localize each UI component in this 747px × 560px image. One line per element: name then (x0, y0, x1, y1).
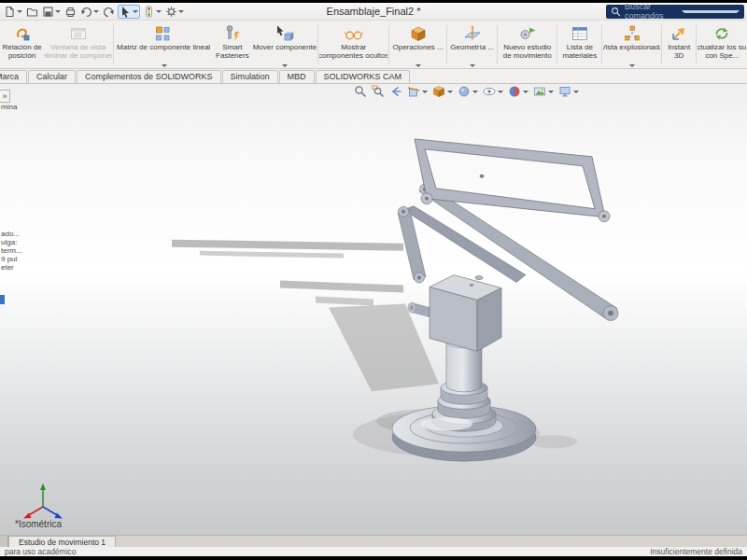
tree-fragment: 9 pul (1, 255, 17, 263)
select-arrow-icon[interactable] (118, 5, 140, 19)
linear-component-pattern-icon (154, 23, 173, 43)
search-icon (611, 7, 621, 17)
tab-simulation[interactable]: Simulation (222, 70, 278, 83)
selection-strip (0, 295, 5, 304)
assembly-features-dropdown-caret[interactable] (416, 64, 421, 67)
tree-fragment: mina (1, 103, 17, 111)
tab-solidworks-cam[interactable]: SOLIDWORKS CAM (316, 70, 411, 83)
status-license-text: para uso académico (5, 547, 77, 556)
options-dropdown-caret[interactable] (178, 10, 184, 13)
motion-study-bar: Estudio de movimiento 1 (0, 535, 747, 547)
undo-icon[interactable] (79, 5, 100, 19)
view-settings-icon[interactable] (557, 84, 580, 99)
tree-fragment: ado... (1, 230, 20, 238)
ribbon-button-reference-geometry[interactable]: Geometría ... (448, 21, 496, 68)
ribbon-divider (497, 25, 498, 64)
tab-marcado[interactable]: Marca (0, 70, 27, 83)
graphics-area[interactable]: » mina ado... ulga: term... 9 pul eter *… (0, 84, 747, 535)
search-placeholder: Buscar comandos (625, 2, 677, 21)
move-component-dropdown-caret[interactable] (282, 64, 288, 67)
view-settings-caret[interactable] (573, 91, 579, 93)
ribbon-button-instant-3d[interactable]: Instant 3D (663, 21, 694, 68)
ribbon-button-bill-of-materials[interactable]: Lista de materiales (558, 21, 600, 68)
reference-geometry-icon (463, 23, 482, 43)
section-view-icon[interactable] (406, 84, 429, 99)
component-preview-window-icon (69, 23, 88, 43)
move-component-icon (275, 23, 294, 43)
display-style-icon[interactable] (457, 84, 479, 99)
ribbon-divider (388, 25, 389, 64)
tree-fragment: eter (1, 263, 14, 272)
display-style-caret[interactable] (472, 91, 478, 93)
edit-appearance-caret[interactable] (523, 91, 529, 93)
view-orientation-icon[interactable] (431, 84, 454, 99)
hide-show-items-caret[interactable] (498, 91, 503, 93)
tree-fragment: term... (1, 246, 22, 255)
tab-complementos-solidworks[interactable]: Complementos de SOLIDWORKS (77, 70, 221, 83)
tab-calcular[interactable]: Calcular (28, 70, 76, 83)
bill-of-materials-icon (571, 23, 589, 43)
view-orientation-label: *Isométrica (15, 519, 62, 529)
open-icon[interactable] (25, 5, 39, 19)
rebuild-icon[interactable] (142, 5, 162, 19)
apply-scene-caret[interactable] (548, 91, 554, 93)
ribbon-divider (696, 25, 697, 64)
zoom-to-fit-icon[interactable] (353, 84, 368, 99)
tab-motion-study-1[interactable]: Estudio de movimiento 1 (8, 536, 116, 547)
ribbon-divider (601, 25, 602, 64)
command-search[interactable]: Buscar comandos (606, 5, 744, 19)
tab-mbd[interactable]: MBD (279, 70, 315, 83)
ribbon-button-move-component[interactable]: Mover componente (253, 21, 317, 68)
view-orientation-caret[interactable] (447, 91, 453, 93)
ribbon-button-mate[interactable]: Relación de posición (0, 21, 44, 68)
previous-view-icon[interactable] (388, 84, 403, 99)
status-definition-text: Insuficientemente definida (650, 547, 742, 556)
redo-icon[interactable] (102, 5, 116, 19)
command-manager-ribbon: Relación de posición Ventana de vista pr… (0, 21, 747, 69)
exploded-view-icon (623, 23, 641, 43)
mate-icon (13, 23, 32, 43)
reference-geometry-dropdown-caret[interactable] (470, 64, 475, 67)
orientation-triad[interactable] (19, 481, 67, 522)
save-icon[interactable] (41, 5, 62, 19)
model-canvas[interactable] (0, 84, 747, 535)
new-dropdown-caret[interactable] (17, 10, 22, 13)
ribbon-button-update-speedpak[interactable]: Actualizar los su... con Spe... (698, 21, 747, 68)
options-gear-icon[interactable] (164, 5, 185, 19)
letterbox-bottom (0, 556, 747, 560)
ribbon-divider (113, 25, 114, 64)
ribbon-button-smart-fasteners[interactable]: Smart Fasteners (212, 21, 252, 68)
rebuild-dropdown-caret[interactable] (156, 10, 162, 13)
command-manager-tabs: Marca Calcular Complementos de SOLIDWORK… (0, 69, 747, 84)
instant-3d-icon (669, 23, 688, 43)
ribbon-divider (557, 25, 557, 64)
ribbon-button-show-hidden-components[interactable]: Mostrar componentes ocultos (319, 21, 388, 68)
apply-scene-icon[interactable] (532, 84, 555, 99)
ribbon-button-exploded-view[interactable]: Vista explosionada (603, 21, 660, 68)
show-hidden-components-icon (345, 23, 363, 43)
title-bar: Ensamblaje_Final2 * Buscar comandos (0, 3, 747, 21)
select-dropdown-caret[interactable] (133, 10, 138, 13)
save-dropdown-caret[interactable] (55, 10, 61, 13)
linear-pattern-dropdown-caret[interactable] (162, 64, 167, 67)
undo-dropdown-caret[interactable] (93, 10, 99, 13)
hide-show-items-icon[interactable] (482, 84, 504, 99)
zoom-to-area-icon[interactable] (371, 84, 386, 99)
section-view-caret[interactable] (422, 91, 428, 93)
ribbon-button-new-motion-study[interactable]: Nuevo estudio de movimiento (499, 21, 556, 68)
tree-fragment: ulga: (1, 238, 17, 246)
status-bar: para uso académico Insuficientemente def… (0, 547, 747, 556)
exploded-view-dropdown-caret[interactable] (629, 64, 635, 67)
feature-tree-expander[interactable]: » (0, 90, 10, 103)
model-frame (415, 139, 610, 222)
edit-appearance-icon[interactable] (507, 84, 529, 99)
heads-up-view-toolbar (353, 84, 580, 99)
model-tab-cut[interactable] (0, 536, 8, 547)
ribbon-button-linear-component-pattern[interactable]: Matriz de componente lineal (115, 21, 212, 68)
new-document-icon[interactable] (3, 5, 23, 19)
print-icon[interactable] (63, 5, 78, 19)
search-dropdown-caret[interactable] (682, 10, 740, 13)
assembly-features-icon (409, 23, 428, 43)
ribbon-button-component-preview-window: Ventana de vista preliminar de component… (44, 21, 112, 68)
ribbon-button-assembly-features[interactable]: Operaciones ... (390, 21, 445, 68)
